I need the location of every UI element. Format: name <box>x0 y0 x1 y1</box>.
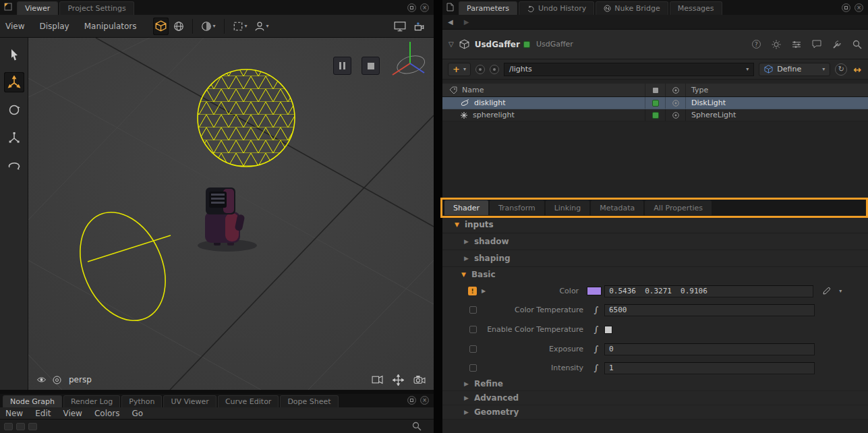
tab-python[interactable]: Python <box>121 395 162 407</box>
expression-icon[interactable]: ∫ <box>594 305 599 315</box>
section-inputs[interactable]: ▼ inputs <box>442 216 868 233</box>
tab-uv-viewer[interactable]: UV Viewer <box>163 395 216 407</box>
menu-manipulators[interactable]: Manipulators <box>84 22 137 31</box>
node-graph-canvas[interactable] <box>0 420 434 433</box>
local-edit-warning-icon[interactable]: ! <box>468 287 477 295</box>
state-box-icon[interactable] <box>469 306 477 314</box>
tab-render-log[interactable]: Render Log <box>63 395 120 407</box>
tab-shader[interactable]: Shader <box>444 200 488 215</box>
render-camera-icon[interactable] <box>413 375 426 384</box>
close-icon[interactable]: × <box>855 3 863 12</box>
tab-project-settings[interactable]: Project Settings <box>59 1 134 15</box>
rotate-tool-button[interactable] <box>4 100 24 120</box>
exposure-field[interactable]: 0 <box>604 343 815 355</box>
section-shadow[interactable]: ▶ shadow <box>442 233 868 250</box>
menu-go[interactable]: Go <box>132 409 144 418</box>
tab-messages[interactable]: Messages <box>670 1 722 15</box>
tab-transform[interactable]: Transform <box>490 200 544 215</box>
pan-move-icon[interactable] <box>393 374 404 386</box>
camera-person-button[interactable]: ▾ <box>252 18 271 35</box>
tab-undo-history[interactable]: Undo History <box>519 1 594 15</box>
toggle-option-icon[interactable] <box>490 65 499 74</box>
enable-color-temperature-checkbox[interactable] <box>604 326 612 334</box>
tab-curve-editor[interactable]: Curve Editor <box>218 395 279 407</box>
popout-icon[interactable] <box>842 3 850 12</box>
chevron-down-icon[interactable]: ▾ <box>839 288 842 294</box>
menu-view[interactable]: View <box>5 22 24 31</box>
shading-mode-button[interactable]: ▾ <box>199 18 218 35</box>
section-advanced[interactable]: ▶ Advanced <box>442 391 868 405</box>
search-icon[interactable] <box>852 39 862 49</box>
tab-nuke-bridge[interactable]: Nuke Bridge <box>596 1 668 15</box>
close-icon[interactable]: × <box>420 396 429 405</box>
render-button[interactable] <box>411 18 427 35</box>
tab-metadata[interactable]: Metadata <box>591 200 643 215</box>
sliders-icon[interactable] <box>791 39 801 49</box>
select-tool-button[interactable] <box>4 45 24 65</box>
state-box-icon[interactable] <box>469 326 477 333</box>
menu-display[interactable]: Display <box>39 22 69 31</box>
menu-colors[interactable]: Colors <box>94 409 120 418</box>
intensity-field[interactable]: 1 <box>604 362 815 374</box>
add-light-button[interactable]: + ▾ <box>448 63 471 76</box>
modified-badge[interactable] <box>652 100 659 107</box>
expand-collapse-icon[interactable]: ↔ <box>853 64 861 75</box>
color-value-field[interactable]: 0.5436 0.3271 0.9106 <box>604 285 813 297</box>
menu-view[interactable]: View <box>63 409 82 418</box>
back-button[interactable]: ◀ <box>448 18 453 26</box>
color-swatch[interactable] <box>587 287 602 295</box>
section-refine[interactable]: ▶ Refine <box>442 377 868 391</box>
viewport-canvas[interactable]: persp <box>28 38 434 390</box>
visibility-icon[interactable] <box>672 111 680 119</box>
orbit-tool-button[interactable] <box>4 155 24 175</box>
close-icon[interactable]: × <box>420 3 429 12</box>
page-icon[interactable] <box>446 3 454 11</box>
camera-toggle-icon[interactable] <box>53 376 61 384</box>
wrench-icon[interactable] <box>832 39 842 49</box>
translate-tool-button[interactable] <box>4 72 24 92</box>
refresh-button[interactable]: ↻ <box>835 63 847 76</box>
tab-viewer[interactable]: Viewer <box>17 1 58 15</box>
camera-name-label[interactable]: persp <box>69 375 92 384</box>
state-box-icon[interactable] <box>469 345 477 353</box>
table-empty-area[interactable] <box>442 121 868 198</box>
flipbook-icon[interactable] <box>372 375 383 384</box>
section-geometry[interactable]: ▶ Geometry <box>442 405 868 420</box>
selection-mode-button[interactable]: ▾ <box>231 18 250 35</box>
root-path-input[interactable]: /lights ▾ <box>504 63 754 76</box>
disclosure-triangle[interactable]: ▽ <box>449 40 454 48</box>
tab-dope-sheet[interactable]: Dope Sheet <box>280 395 338 407</box>
forward-button[interactable]: ▶ <box>464 18 469 26</box>
pause-button[interactable] <box>333 57 351 75</box>
state-box-icon[interactable] <box>469 364 477 372</box>
table-row-spherelight[interactable]: spherelight SphereLight <box>442 109 868 121</box>
spherelight-wireframe[interactable] <box>198 69 295 167</box>
tab-all-properties[interactable]: All Properties <box>645 200 712 215</box>
eye-icon[interactable] <box>36 376 47 384</box>
monitor-button[interactable] <box>392 18 408 35</box>
tab-parameters[interactable]: Parameters <box>459 1 517 15</box>
toggle-option-icon[interactable] <box>475 65 485 74</box>
pane-menu-icon[interactable] <box>4 3 12 11</box>
comment-icon[interactable] <box>811 39 821 49</box>
expression-icon[interactable]: ∫ <box>594 324 599 335</box>
define-dropdown[interactable]: Define ▾ <box>759 63 830 76</box>
section-shaping[interactable]: ▶ shaping <box>442 250 868 267</box>
search-icon[interactable] <box>412 422 422 431</box>
lookthrough-lights-button[interactable] <box>153 18 169 35</box>
modified-badge[interactable] <box>652 112 659 119</box>
color-temperature-field[interactable]: 6500 <box>604 304 815 316</box>
expression-icon[interactable]: ∫ <box>594 363 599 373</box>
menu-edit[interactable]: Edit <box>35 409 51 418</box>
world-snap-button[interactable] <box>171 18 186 35</box>
triangle-closed-icon[interactable]: ▶ <box>482 288 486 294</box>
visibility-icon[interactable] <box>672 99 680 107</box>
scale-tool-button[interactable] <box>4 127 24 148</box>
gear-icon[interactable] <box>771 39 781 49</box>
expression-icon[interactable]: ∫ <box>594 344 599 354</box>
section-basic[interactable]: ▼ Basic <box>442 267 868 282</box>
table-row-disklight[interactable]: disklight DiskLight <box>442 97 868 109</box>
menu-new[interactable]: New <box>5 409 23 418</box>
help-icon[interactable]: ? <box>752 40 761 49</box>
tab-linking[interactable]: Linking <box>546 200 590 215</box>
